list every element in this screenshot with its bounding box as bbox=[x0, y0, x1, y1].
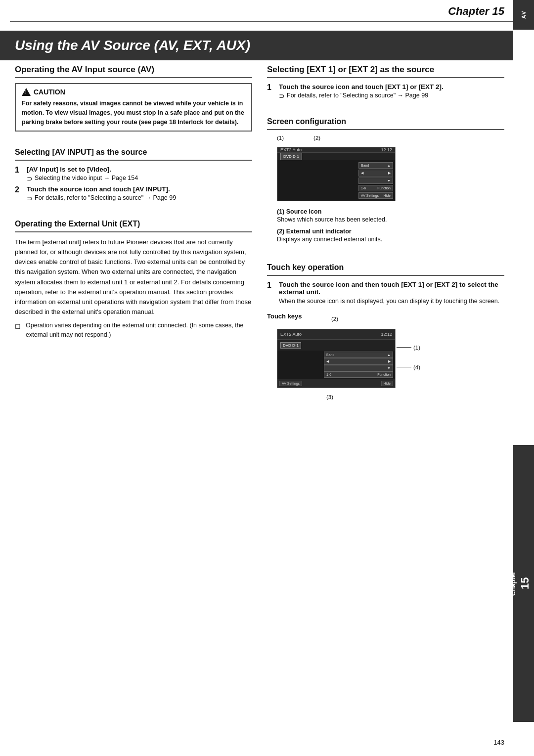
section-av-input-heading: Operating the AV Input source (AV) bbox=[15, 64, 252, 78]
screen-dvd-box: DVD D-1 bbox=[280, 153, 302, 160]
tab-chapter-num: 15 bbox=[519, 578, 532, 589]
step2-text: Touch the source icon and touch [AV INPU… bbox=[27, 185, 170, 193]
page-number: 143 bbox=[493, 739, 504, 746]
screen2-main: Band ▲ ◀ ▶ ▼ bbox=[277, 351, 395, 379]
touchkey-heading: Touch key operation bbox=[267, 263, 504, 276]
chapter-header-text: Chapter 15 bbox=[448, 5, 504, 17]
screen-time: 12:12 bbox=[381, 147, 392, 152]
step1-text: [AV Input] is set to [Video]. bbox=[27, 166, 111, 173]
tab-chapter-label: Chapter bbox=[509, 571, 517, 595]
note-icon: ◻ bbox=[15, 321, 23, 340]
caption-1-title: (1) Source icon bbox=[277, 208, 321, 215]
ext-step-num-1: 1 bbox=[267, 83, 276, 100]
ext-step1-text: Touch the source icon and touch [EXT 1] … bbox=[279, 83, 444, 90]
touchkey-area: (2) EXT2 Auto 12:12 DVD D-1 bbox=[272, 325, 504, 390]
main-title-text: Using the AV Source (AV, EXT, AUX) bbox=[15, 38, 250, 53]
touchkey-step-body: When the source icon is not displayed, y… bbox=[279, 298, 504, 305]
screen-source-area: DVD D-1 bbox=[277, 153, 395, 160]
caption-2: (2) External unit indicator Displays any… bbox=[277, 227, 504, 243]
touchkey-step-content: Touch the source icon and then touch [EX… bbox=[279, 281, 504, 305]
tk-settings-btn: AV Settings bbox=[279, 381, 302, 386]
note-item: ◻ Operation varies depending on the exte… bbox=[15, 321, 252, 340]
tk-time-label: 12:12 bbox=[381, 332, 392, 337]
tk-btn-mid: ◀ ▶ bbox=[324, 358, 393, 365]
screen-btn-1to6: 1-6 Function bbox=[358, 185, 393, 191]
screen-captions: (1) Source icon Shows which source has b… bbox=[277, 207, 504, 247]
right-tab-av: AV bbox=[513, 0, 534, 30]
tk-label-2: (2) bbox=[331, 316, 338, 322]
touchkey-screen-wrap: (2) EXT2 Auto 12:12 DVD D-1 bbox=[272, 325, 396, 390]
touchkey-step-text: Touch the source icon and then touch [EX… bbox=[279, 281, 498, 296]
band-arrow-icon: ▲ bbox=[387, 164, 391, 167]
ext-step1-sub-text: For details, refer to "Selecting a sourc… bbox=[287, 92, 428, 99]
tk-btn-band: Band ▲ bbox=[324, 352, 393, 358]
right-tab-chapter15: Chapter 15 Using the AV Source (AV, EXT,… bbox=[513, 445, 534, 722]
tk-btn-down: ▼ bbox=[324, 365, 393, 371]
screen2-right: Band ▲ ◀ ▶ ▼ bbox=[322, 351, 395, 379]
screen-config-heading: Screen configuration bbox=[267, 117, 504, 130]
step-num-1: 1 bbox=[15, 166, 24, 182]
step-item-1: 1 [AV Input] is set to [Video]. ⊃ Select… bbox=[15, 166, 252, 182]
tk-btn-1to6-fn: 1-6 Function bbox=[324, 371, 393, 378]
ext-body-text: The term [external unit] refers to futur… bbox=[15, 237, 252, 317]
step-content-2: Touch the source icon and touch [AV INPU… bbox=[27, 185, 252, 202]
tk-hide-btn: Hide bbox=[381, 381, 393, 386]
touchkey-step-num: 1 bbox=[267, 281, 276, 305]
caution-title: CAUTION bbox=[22, 88, 245, 96]
touchkeys-subheading: Touch keys bbox=[267, 312, 504, 320]
tk-source-label: EXT2 Auto bbox=[280, 332, 302, 337]
screen-btn-mid: ◀ ▶ bbox=[358, 170, 393, 177]
step2-sub-text: For details, refer to "Selecting a sourc… bbox=[35, 194, 176, 201]
screen2-source: DVD D-1 bbox=[277, 340, 395, 351]
screen-label-2: (2) bbox=[313, 135, 320, 141]
caution-title-text: CAUTION bbox=[34, 88, 65, 96]
screen-labels: (1) (2) bbox=[277, 135, 504, 141]
chapter-header: Chapter 15 bbox=[10, 0, 534, 22]
step1-sub-text: Selecting the video input → Page 154 bbox=[35, 175, 138, 181]
screen-right-buttons: Band ▲ ◀ ▶ ▼ 1-6 Function bbox=[358, 162, 393, 199]
right-column: Selecting [EXT 1] or [EXT 2] as the sour… bbox=[267, 64, 504, 741]
caption-1-desc: Shows which source has been selected. bbox=[277, 216, 387, 223]
content-area: Operating the AV Input source (AV) CAUTI… bbox=[15, 64, 504, 741]
ext-select-steps: 1 Touch the source icon and touch [EXT 1… bbox=[267, 83, 504, 103]
screen-mockup-1: EXT2 Auto 12:12 DVD D-1 Band ▲ ◀ ▶ bbox=[277, 147, 396, 201]
screen-btn-band: Band ▲ bbox=[358, 162, 393, 169]
screen-source-label: EXT2 Auto bbox=[280, 147, 302, 152]
ext-step-content-1: Touch the source icon and touch [EXT 1] … bbox=[279, 83, 504, 100]
screen-mockup-2: EXT2 Auto 12:12 DVD D-1 Band ▲ bbox=[277, 329, 396, 388]
tk-label-1: (1) bbox=[397, 345, 420, 351]
screen-btn-down: ▼ bbox=[358, 178, 393, 184]
caption-2-desc: Displays any connected external units. bbox=[277, 236, 382, 243]
screen-top-bar: EXT2 Auto 12:12 bbox=[277, 147, 395, 153]
step2-sub: ⊃ For details, refer to "Selecting a sou… bbox=[27, 194, 252, 202]
tk-dvd-label: DVD D-1 bbox=[280, 342, 301, 349]
tk-label-4: (4) bbox=[397, 364, 420, 370]
step1-sub: ⊃ Selecting the video input → Page 154 bbox=[27, 175, 252, 182]
screen-btn-settings: AV Settings Hide bbox=[358, 192, 393, 199]
section-ext-heading: Operating the External Unit (EXT) bbox=[15, 219, 252, 232]
caution-box: CAUTION For safety reasons, visual image… bbox=[15, 83, 252, 132]
av-input-steps: 1 [AV Input] is set to [Video]. ⊃ Select… bbox=[15, 166, 252, 205]
screen2-inner: EXT2 Auto 12:12 DVD D-1 Band ▲ bbox=[277, 329, 395, 388]
screen-controls: Band ▲ ◀ ▶ ▼ 1-6 Function bbox=[277, 160, 395, 201]
section-ext-select-heading: Selecting [EXT 1] or [EXT 2] as the sour… bbox=[267, 64, 504, 78]
step-item-2: 2 Touch the source icon and touch [AV IN… bbox=[15, 185, 252, 202]
step-num-2: 2 bbox=[15, 185, 24, 202]
left-column: Operating the AV Input source (AV) CAUTI… bbox=[15, 64, 252, 741]
screen2-top: EXT2 Auto 12:12 bbox=[277, 329, 395, 340]
touchkey-steps: 1 Touch the source icon and then touch [… bbox=[267, 281, 504, 308]
note-text: Operation varies depending on the extern… bbox=[26, 321, 252, 340]
caption-2-title: (2) External unit indicator bbox=[277, 228, 352, 235]
arrow-icon-1: ⊃ bbox=[27, 175, 33, 182]
arrow-icon-2: ⊃ bbox=[27, 194, 33, 202]
ext-step-1: 1 Touch the source icon and touch [EXT 1… bbox=[267, 83, 504, 100]
step-content-1: [AV Input] is set to [Video]. ⊃ Selectin… bbox=[27, 166, 252, 182]
screen2-left bbox=[277, 351, 322, 379]
section-select-av-input-heading: Selecting [AV INPUT] as the source bbox=[15, 147, 252, 161]
caption-1: (1) Source icon Shows which source has b… bbox=[277, 207, 504, 223]
down-arrow-icon: ▼ bbox=[387, 179, 391, 182]
main-title-bar: Using the AV Source (AV, EXT, AUX) bbox=[0, 31, 513, 60]
tk-label-3: (3) bbox=[326, 394, 333, 400]
arrow-icon-3: ⊃ bbox=[279, 92, 285, 100]
screen2-bottom: AV Settings Hide bbox=[277, 379, 395, 388]
